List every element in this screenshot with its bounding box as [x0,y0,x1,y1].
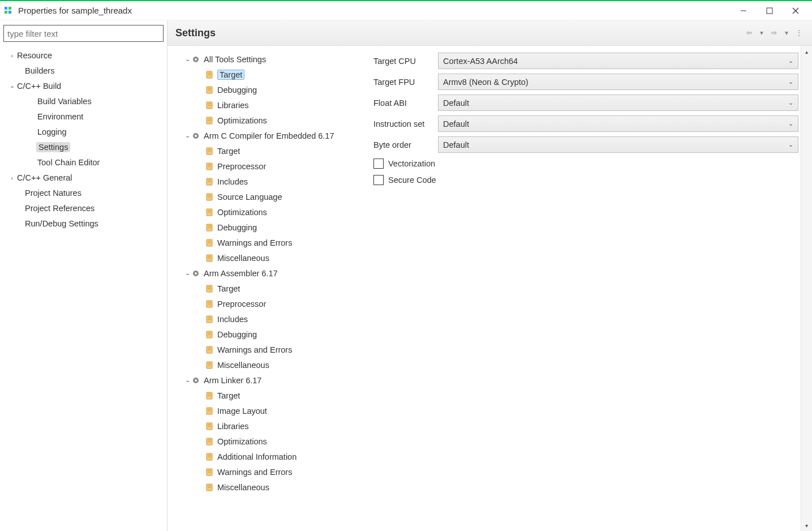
checkbox[interactable] [373,175,384,185]
scrollbar[interactable]: ▴ ▾ [801,46,812,531]
main-panel: Settings ⇦ ▾ ⇨ ▾ ⋮ ⌄All Tools SettingsTa… [167,20,812,531]
back-menu-icon[interactable]: ▾ [757,28,767,38]
tool-tree-item[interactable]: Libraries [173,97,371,113]
tool-tree-label: Optimizations [217,116,267,125]
form-label: Target CPU [373,57,438,66]
chevron-down-icon: ⌄ [183,376,191,384]
nav-item[interactable]: Run/Debug Settings [0,216,167,231]
view-menu-icon[interactable]: ⋮ [794,28,804,38]
nav-item-label: Settings [36,142,70,152]
tool-tree-label: Arm Assembler 6.17 [204,269,278,278]
tool-tree-item[interactable]: ⌄Arm Assembler 6.17 [173,266,371,281]
tool-tree-label: Libraries [217,422,249,431]
tool-tree-item[interactable]: Warnings and Errors [173,235,371,250]
nav-item[interactable]: Build Variables [0,93,167,109]
nav-item-label: Builders [24,66,54,75]
nav-item[interactable]: Logging [0,124,167,139]
tool-tree-item[interactable]: Debugging [173,82,371,97]
page-icon [205,345,214,354]
scroll-up-icon[interactable]: ▴ [801,46,812,57]
tool-tree-item[interactable]: Optimizations [173,204,371,220]
nav-item[interactable]: ⌄C/C++ Build [0,78,167,93]
tool-tree-item[interactable]: Includes [173,311,371,327]
page-icon [205,70,214,79]
tool-tree-label: Includes [217,177,248,186]
tool-tree-label: Warnings and Errors [217,345,292,354]
tool-tree-item[interactable]: Miscellaneous [173,479,371,495]
dropdown[interactable]: Default⌄ [438,95,798,111]
tool-tree-item[interactable]: Optimizations [173,434,371,449]
page-icon [205,483,214,492]
nav-item[interactable]: Settings [0,139,167,155]
tool-tree-label: Optimizations [217,437,267,446]
tool-tree-item[interactable]: Source Language [173,189,371,204]
filter-input[interactable] [3,25,164,42]
checkbox-row: Secure Code [373,172,798,188]
dropdown-value: Default [443,99,469,108]
tool-tree-item[interactable]: Target [173,143,371,159]
tool-tree-item[interactable]: Target [173,388,371,403]
tool-tree-item[interactable]: Target [173,281,371,296]
tool-tree-item[interactable]: Additional Information [173,449,371,464]
checkbox[interactable] [373,159,384,169]
page-icon [205,147,214,156]
dropdown-value: Default [443,140,469,149]
tool-settings-form: Target CPUCortex-A53 AArch64⌄Target FPUA… [371,46,801,531]
tool-tree-item[interactable]: Optimizations [173,113,371,128]
back-arrow-icon[interactable]: ⇦ [744,28,754,38]
nav-item-label: C/C++ General [16,173,72,182]
tool-tree-label: Miscellaneous [217,483,269,492]
close-button[interactable] [783,2,809,19]
page-icon [205,162,214,171]
sidebar: ›ResourceBuilders⌄C/C++ BuildBuild Varia… [0,20,167,531]
svg-rect-3 [8,11,11,14]
tool-tree-item[interactable]: ⌄All Tools Settings [173,52,371,67]
tool-tree-item[interactable]: Warnings and Errors [173,342,371,357]
nav-item[interactable]: ›C/C++ General [0,170,167,185]
nav-item[interactable]: Project References [0,200,167,216]
dropdown-value: Default [443,119,469,129]
tool-tree-item[interactable]: ⌄Arm Linker 6.17 [173,372,371,388]
dropdown[interactable]: Default⌄ [438,136,798,153]
tool-tree-label: Debugging [217,330,257,339]
tool-tree-item[interactable]: Warnings and Errors [173,464,371,479]
tool-tree-item[interactable]: Debugging [173,220,371,235]
tool-tree-item[interactable]: Includes [173,174,371,189]
dropdown[interactable]: Cortex-A53 AArch64⌄ [438,53,798,69]
chevron-down-icon: ⌄ [183,55,191,63]
tool-tree-item[interactable]: Preprocessor [173,159,371,174]
page-icon [205,406,214,416]
nav-item[interactable]: Project Natures [0,185,167,200]
scroll-down-icon[interactable]: ▾ [801,520,812,531]
tool-tree-item[interactable]: Debugging [173,327,371,342]
chevron-down-icon: ⌄ [183,269,191,277]
dropdown[interactable]: Default⌄ [438,115,798,132]
svg-point-69 [195,379,197,382]
nav-item[interactable]: Builders [0,63,167,78]
nav-item[interactable]: Tool Chain Editor [0,155,167,170]
gear-icon [191,376,200,385]
tool-tree-item[interactable]: Target [173,67,371,82]
tool-tree-item[interactable]: Miscellaneous [173,357,371,372]
page-icon [205,85,214,95]
dropdown-value: Armv8 (Neon & Crypto) [443,78,529,87]
chevron-down-icon: ⌄ [8,82,16,89]
tool-tree-item[interactable]: ⌄Arm C Compiler for Embedded 6.17 [173,128,371,143]
tool-tree-item[interactable]: Image Layout [173,403,371,418]
form-label: Float ABI [373,99,438,108]
forward-menu-icon[interactable]: ▾ [781,28,792,38]
nav-item[interactable]: Environment [0,109,167,124]
forward-arrow-icon[interactable]: ⇨ [769,28,779,38]
tool-tree-item[interactable]: Miscellaneous [173,250,371,266]
tool-tree-item[interactable]: Preprocessor [173,296,371,311]
gear-icon [191,55,200,64]
tool-tree-item[interactable]: Libraries [173,418,371,434]
nav-item-label: Run/Debug Settings [24,219,98,228]
nav-item[interactable]: ›Resource [0,48,167,63]
dropdown[interactable]: Armv8 (Neon & Crypto)⌄ [438,74,798,90]
tool-tree-label: Additional Information [217,452,297,461]
tool-tree-label: Target [217,284,240,293]
minimize-button[interactable] [731,2,757,19]
maximize-button[interactable] [757,2,783,19]
form-row: Target CPUCortex-A53 AArch64⌄ [373,50,798,71]
